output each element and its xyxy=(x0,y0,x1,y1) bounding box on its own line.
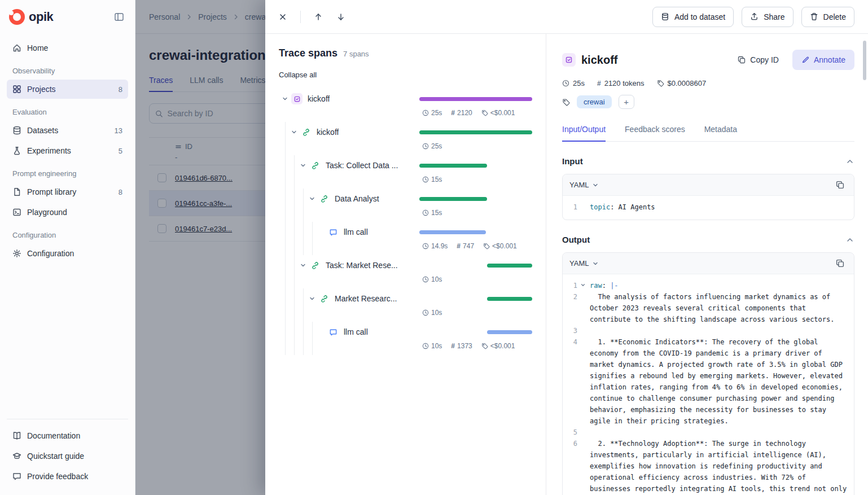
copy-icon xyxy=(836,181,844,189)
delete-button[interactable]: Delete xyxy=(801,7,854,27)
output-format-label: YAML xyxy=(569,259,589,268)
fold-spacer xyxy=(577,438,589,440)
next-trace-arrow-down-icon[interactable] xyxy=(332,8,349,25)
collapse-sidebar-icon[interactable] xyxy=(111,9,127,25)
token-key: topic xyxy=(590,203,610,211)
home-icon xyxy=(12,43,21,52)
opik-logo[interactable]: opik xyxy=(9,9,53,25)
sidebar-item-configuration[interactable]: Configuration xyxy=(7,244,128,263)
span-name: Task: Collect Data ... xyxy=(326,161,398,170)
span-duration-bar xyxy=(487,264,532,268)
span-expand-chevron-icon[interactable] xyxy=(306,195,318,202)
share-button[interactable]: Share xyxy=(742,7,793,27)
duration-stat: 25s xyxy=(562,79,585,87)
input-format-label: YAML xyxy=(569,181,589,189)
tab-metadata[interactable]: Metadata xyxy=(704,125,737,141)
fold-spacer xyxy=(577,336,589,339)
code-text: 1. **Economic Indicators**: The recovery… xyxy=(590,336,847,427)
sidebar-section-prompt-engineering: Prompt engineering xyxy=(12,169,122,178)
copy-icon xyxy=(836,259,844,268)
trace-span-row[interactable]: Market Researc...10s xyxy=(279,288,532,322)
collapse-input-chevron-up-icon[interactable] xyxy=(845,157,854,166)
tokens-stat: # 2120 tokens xyxy=(597,79,645,87)
span-stats: 25s # 2120 tokens $0.0008607 xyxy=(562,79,854,87)
span-name: Task: Market Rese... xyxy=(326,261,398,270)
span-metric-clock: 10s xyxy=(422,309,442,317)
span-expand-chevron-icon[interactable] xyxy=(297,262,309,269)
close-icon[interactable] xyxy=(274,8,291,25)
token-plain: 1. **Economic Indicators**: The recovery… xyxy=(590,338,847,425)
sidebar-section-observability: Observability xyxy=(12,67,122,75)
trace-span-row[interactable]: kickoff25s xyxy=(279,122,532,155)
sidebar-item-label: Home xyxy=(27,43,48,52)
scrollbar-thumb[interactable] xyxy=(863,41,866,80)
span-expand-chevron-icon[interactable] xyxy=(279,95,291,102)
detail-scroll-area[interactable]: Input YAML 1topic: AI Agents xyxy=(562,142,854,495)
span-metric-clock: 14.9s xyxy=(422,242,448,250)
span-duration-bar-region xyxy=(419,325,532,339)
span-row-line: Task: Collect Data ... xyxy=(279,158,532,173)
trace-span-row[interactable]: llm call14.9s#747<$0.001 xyxy=(279,222,532,255)
tab-feedback-scores[interactable]: Feedback scores xyxy=(625,125,685,141)
span-expand-chevron-icon[interactable] xyxy=(288,129,300,135)
span-row-line: Task: Market Rese... xyxy=(279,258,532,273)
collapse-output-chevron-up-icon[interactable] xyxy=(845,235,854,244)
token-plain: : AI Agents xyxy=(610,203,655,211)
annotate-button[interactable]: Annotate xyxy=(792,50,854,70)
trace-spans-tree: kickoff25s#2120<$0.001kickoff25sTask: Co… xyxy=(279,89,532,355)
tag-crewai[interactable]: crewai xyxy=(577,95,612,108)
copy-output-button[interactable] xyxy=(832,256,847,271)
span-duration-bar xyxy=(487,297,532,301)
sidebar-item-projects[interactable]: Projects 8 xyxy=(7,80,128,99)
span-duration-bar xyxy=(419,164,487,168)
span-metric-value: 10s xyxy=(431,342,442,350)
trace-span-row[interactable]: Task: Collect Data ...15s xyxy=(279,155,532,189)
datasets-icon xyxy=(12,126,21,135)
output-format-select[interactable]: YAML xyxy=(569,259,599,268)
sidebar-item-label: Prompt library xyxy=(27,187,76,196)
span-row-line: llm call xyxy=(279,225,532,239)
span-name: kickoff xyxy=(317,128,339,137)
sidebar-item-home[interactable]: Home xyxy=(7,38,128,58)
span-metrics: 10s#1373<$0.001 xyxy=(422,342,532,350)
previous-trace-arrow-up-icon[interactable] xyxy=(310,8,327,25)
trace-span-row[interactable]: kickoff25s#2120<$0.001 xyxy=(279,89,532,122)
span-name: llm call xyxy=(344,327,368,336)
trace-spans-count: 7 spans xyxy=(343,50,369,58)
code-line: 5 xyxy=(569,427,847,438)
span-metric-clock: 10s xyxy=(422,275,442,283)
copy-input-button[interactable] xyxy=(832,178,847,192)
line-number: 1 xyxy=(569,201,577,213)
span-expand-chevron-icon[interactable] xyxy=(306,295,318,302)
copy-id-button[interactable]: Copy ID xyxy=(732,51,784,69)
fold-spacer xyxy=(577,427,589,429)
input-format-select[interactable]: YAML xyxy=(569,181,599,189)
trace-span-row[interactable]: llm call10s#1373<$0.001 xyxy=(279,322,532,355)
sidebar-item-provide-feedback[interactable]: Provide feedback xyxy=(7,467,128,486)
output-code-block: YAML 1raw: |-2 The analysis of factors i… xyxy=(562,252,854,495)
sidebar-item-datasets[interactable]: Datasets 13 xyxy=(7,121,128,140)
add-tag-button[interactable]: + xyxy=(619,95,634,109)
sidebar-item-quickstart-guide[interactable]: Quickstart guide xyxy=(7,446,128,466)
sidebar-item-documentation[interactable]: Documentation xyxy=(7,426,128,445)
span-duration-bar-region xyxy=(419,258,532,273)
span-name: kickoff xyxy=(308,94,330,103)
trash-icon xyxy=(810,12,818,21)
sidebar-item-playground[interactable]: Playground xyxy=(7,203,128,222)
tab-input-output[interactable]: Input/Output xyxy=(562,125,606,142)
trace-span-row[interactable]: Task: Market Rese...10s xyxy=(279,255,532,288)
span-metric-hash: #747 xyxy=(457,242,474,250)
span-expand-chevron-icon[interactable] xyxy=(297,162,309,169)
sidebar-item-label: Playground xyxy=(27,208,67,217)
sidebar-item-prompt-library[interactable]: Prompt library 8 xyxy=(7,182,128,201)
sidebar-item-experiments[interactable]: Experiments 5 xyxy=(7,141,128,160)
trace-span-row[interactable]: Data Analyst15s xyxy=(279,189,532,222)
fold-chevron-down-icon[interactable] xyxy=(577,280,589,288)
copy-id-label: Copy ID xyxy=(750,55,779,64)
sidebar-item-label: Datasets xyxy=(27,126,58,135)
collapse-all-button[interactable]: Collapse all xyxy=(279,71,317,79)
code-text xyxy=(590,325,847,336)
add-to-dataset-button[interactable]: Add to dataset xyxy=(652,7,734,27)
dataset-icon xyxy=(661,12,669,21)
trace-detail-overlay: Add to dataset Share Delete Trace spans … xyxy=(265,0,868,495)
